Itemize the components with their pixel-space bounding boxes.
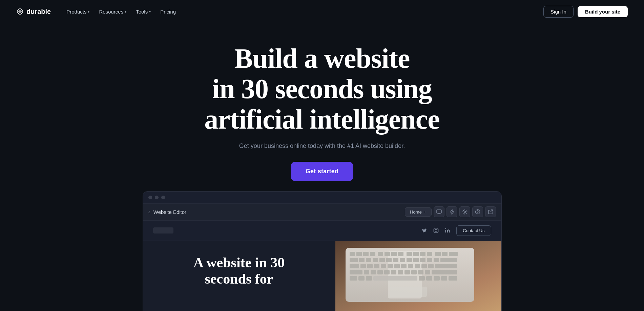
svg-rect-73 xyxy=(391,270,396,274)
svg-rect-69 xyxy=(364,270,369,274)
logo[interactable]: durable xyxy=(16,8,51,16)
lightning-icon-btn[interactable] xyxy=(446,206,457,217)
svg-rect-45 xyxy=(379,258,385,262)
instagram-icon xyxy=(433,228,439,233)
svg-rect-38 xyxy=(435,252,441,256)
svg-rect-86 xyxy=(434,276,440,281)
lightning-icon xyxy=(450,209,454,215)
settings-icon xyxy=(462,209,468,215)
svg-rect-77 xyxy=(418,270,423,274)
build-site-button[interactable]: Build your site xyxy=(578,6,628,17)
editor-bar-right: Home + xyxy=(405,206,496,217)
svg-rect-47 xyxy=(393,258,398,262)
editor-toolbar: ‹ Website Editor Home + xyxy=(143,204,501,221)
signin-button[interactable]: Sign In xyxy=(543,6,574,18)
svg-rect-26 xyxy=(350,252,355,256)
resources-chevron-icon: ▾ xyxy=(125,10,126,14)
browser-dot-green xyxy=(161,196,165,199)
svg-rect-33 xyxy=(398,252,403,256)
svg-rect-65 xyxy=(421,264,427,268)
editor-bar-left: ‹ Website Editor xyxy=(148,209,187,215)
svg-rect-85 xyxy=(426,276,432,281)
nav-tools[interactable]: Tools ▾ xyxy=(132,7,154,17)
svg-rect-81 xyxy=(358,276,365,281)
svg-rect-87 xyxy=(441,276,447,281)
svg-rect-63 xyxy=(408,264,413,268)
svg-rect-84 xyxy=(419,276,425,281)
svg-rect-29 xyxy=(370,252,375,256)
twitter-icon xyxy=(422,228,427,233)
nav-pricing[interactable]: Pricing xyxy=(157,7,179,17)
svg-point-22 xyxy=(445,228,446,229)
svg-rect-36 xyxy=(420,252,425,256)
contact-us-button[interactable]: Contact Us xyxy=(456,225,491,236)
svg-rect-56 xyxy=(360,264,366,268)
svg-rect-42 xyxy=(359,258,365,262)
help-icon-btn[interactable] xyxy=(472,206,483,217)
svg-rect-34 xyxy=(407,252,412,256)
tools-chevron-icon: ▾ xyxy=(149,10,151,14)
preview-hero-text: A website in 30 seconds for xyxy=(143,241,335,311)
svg-rect-39 xyxy=(442,252,448,256)
svg-rect-89 xyxy=(390,287,427,297)
svg-rect-59 xyxy=(381,264,386,268)
svg-rect-31 xyxy=(385,252,390,256)
svg-rect-74 xyxy=(398,270,403,274)
preview-logo-placeholder xyxy=(153,227,173,234)
nav-products[interactable]: Products ▾ xyxy=(63,7,93,17)
svg-rect-78 xyxy=(425,270,430,274)
nav-links: Products ▾ Resources ▾ Tools ▾ Pricing xyxy=(63,7,179,17)
browser-mockup: ‹ Website Editor Home + xyxy=(143,191,502,311)
preview-hero-content: A website in 30 seconds for xyxy=(143,241,501,311)
svg-rect-43 xyxy=(366,258,371,262)
svg-rect-40 xyxy=(449,252,458,256)
nav-right: Sign In Build your site xyxy=(543,6,628,18)
editor-home-tab[interactable]: Home + xyxy=(405,207,431,217)
svg-rect-27 xyxy=(356,252,362,256)
svg-rect-28 xyxy=(363,252,369,256)
nav-left: durable Products ▾ Resources ▾ Tools ▾ P… xyxy=(16,7,179,17)
external-link-icon-btn[interactable] xyxy=(485,206,496,217)
svg-rect-46 xyxy=(386,258,392,262)
settings-icon-btn[interactable] xyxy=(459,206,470,217)
svg-rect-76 xyxy=(411,270,417,274)
svg-rect-57 xyxy=(367,264,373,268)
hero-content: Build a website in 30 seconds using arti… xyxy=(204,43,439,181)
svg-rect-41 xyxy=(350,258,358,262)
svg-rect-35 xyxy=(413,252,419,256)
svg-rect-15 xyxy=(437,210,441,213)
website-preview: Contact Us A website in 30 seconds for xyxy=(143,221,501,311)
preview-hero-image xyxy=(335,241,501,311)
svg-rect-66 xyxy=(428,264,434,268)
nav-resources[interactable]: Resources ▾ xyxy=(96,7,130,17)
svg-rect-30 xyxy=(378,252,383,256)
svg-rect-58 xyxy=(374,264,379,268)
svg-rect-67 xyxy=(435,264,457,268)
svg-rect-80 xyxy=(350,276,357,281)
back-icon[interactable]: ‹ xyxy=(148,209,150,215)
svg-rect-44 xyxy=(373,258,378,262)
hero-subtitle: Get your business online today with the … xyxy=(204,142,439,150)
linkedin-icon xyxy=(445,228,450,233)
keyboard-svg xyxy=(335,241,501,311)
svg-rect-37 xyxy=(427,252,432,256)
get-started-button[interactable]: Get started xyxy=(291,162,353,181)
tab-plus-icon[interactable]: + xyxy=(424,209,427,215)
svg-rect-50 xyxy=(413,258,419,262)
durable-logo-icon xyxy=(16,8,24,15)
browser-chrome-bar xyxy=(143,192,501,204)
svg-rect-70 xyxy=(371,270,376,274)
editor-title-label: Website Editor xyxy=(153,209,186,215)
svg-point-21 xyxy=(437,229,437,229)
preview-nav: Contact Us xyxy=(143,221,501,241)
svg-point-20 xyxy=(435,229,437,231)
svg-rect-54 xyxy=(440,258,457,262)
svg-rect-55 xyxy=(350,264,359,268)
browser-dot-yellow xyxy=(155,196,159,199)
hero-title: Build a website in 30 seconds using arti… xyxy=(204,43,439,135)
monitor-icon-btn[interactable] xyxy=(434,206,444,217)
svg-rect-88 xyxy=(449,276,457,281)
svg-rect-64 xyxy=(415,264,420,268)
logo-text: durable xyxy=(26,8,51,16)
svg-rect-60 xyxy=(388,264,393,268)
